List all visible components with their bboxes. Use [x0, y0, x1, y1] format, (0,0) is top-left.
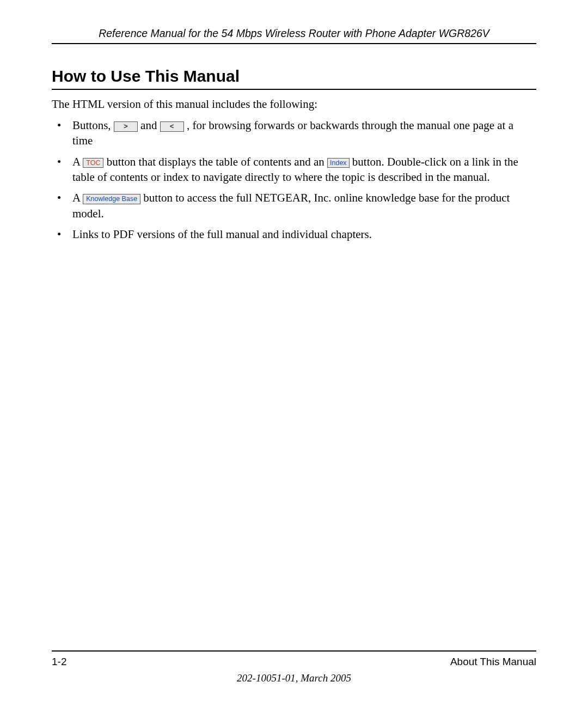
- footer-section-name: About This Manual: [450, 656, 536, 668]
- text-fragment: and: [138, 119, 160, 132]
- footer-document-id: 202-10051-01, March 2005: [52, 672, 536, 684]
- list-item: A Knowledge Base button to access the fu…: [52, 190, 536, 221]
- list-item: Links to PDF versions of the full manual…: [52, 227, 536, 242]
- page-footer: 1-2 About This Manual 202-10051-01, Marc…: [52, 650, 536, 684]
- back-button-icon: <: [160, 121, 184, 132]
- list-item: Buttons, > and < , for browsing forwards…: [52, 118, 536, 149]
- text-fragment: Buttons,: [72, 119, 114, 132]
- list-item: A TOC button that displays the table of …: [52, 154, 536, 185]
- section-intro: The HTML version of this manual includes…: [52, 98, 536, 111]
- text-fragment: Links to PDF versions of the full manual…: [72, 228, 372, 241]
- index-button-icon: Index: [327, 158, 350, 168]
- forward-button-icon: >: [114, 121, 138, 132]
- text-fragment: A: [72, 155, 83, 168]
- knowledge-base-button-icon: Knowledge Base: [83, 194, 140, 204]
- footer-page-number: 1-2: [52, 656, 66, 668]
- bullet-list: Buttons, > and < , for browsing forwards…: [52, 118, 536, 242]
- text-fragment: button that displays the table of conten…: [103, 155, 327, 168]
- section-heading: How to Use This Manual: [52, 67, 536, 90]
- page-header-title: Reference Manual for the 54 Mbps Wireles…: [52, 27, 536, 44]
- text-fragment: A: [72, 191, 83, 204]
- toc-button-icon: TOC: [83, 158, 103, 168]
